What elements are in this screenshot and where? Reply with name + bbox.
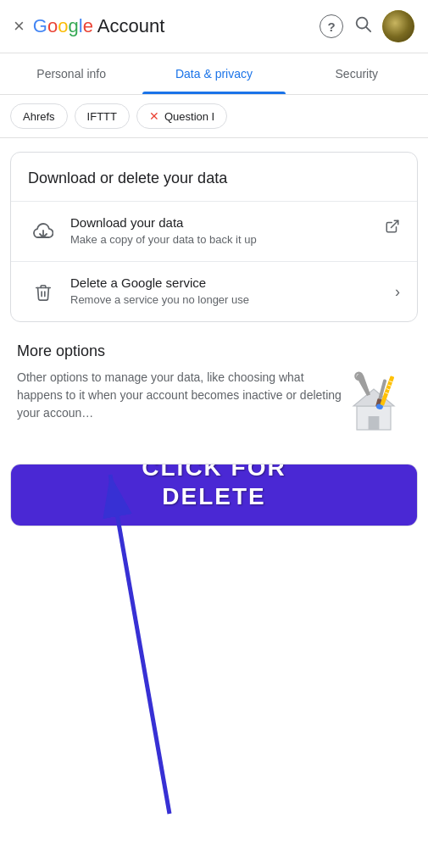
more-options-body: Other options to manage your data, like … — [10, 369, 418, 450]
download-data-desc: Make a copy of your data to back it up — [70, 232, 378, 248]
tabs-bar: Personal info Data & privacy Security — [0, 53, 428, 95]
chip-question[interactable]: ✕ Question I — [136, 103, 227, 129]
account-text: Account — [93, 15, 164, 36]
download-section-title: Download or delete your data — [11, 153, 417, 201]
chip-ahrefs-label: Ahrefs — [23, 110, 55, 123]
header-icons: ? — [320, 10, 414, 42]
avatar[interactable] — [382, 10, 414, 42]
chip-question-x-icon: ✕ — [149, 109, 159, 123]
google-g-letter: G — [33, 15, 47, 36]
more-options-section: More options Other options to manage you… — [10, 336, 418, 450]
download-data-title: Download your data — [70, 215, 378, 230]
google-o2-letter: o — [58, 15, 68, 36]
tab-personal-info[interactable]: Personal info — [0, 53, 142, 94]
avatar-image — [382, 10, 414, 42]
close-button[interactable]: × — [14, 17, 25, 36]
tab-security[interactable]: Security — [286, 53, 428, 94]
chip-ahrefs[interactable]: Ahrefs — [10, 103, 68, 129]
trash-icon — [28, 277, 58, 308]
more-options-title: More options — [10, 336, 418, 369]
google-o1-letter: o — [47, 15, 58, 36]
search-icon[interactable] — [353, 14, 372, 38]
delete-service-item[interactable]: Delete a Google service Remove a service… — [11, 261, 417, 321]
tools-illustration-icon — [343, 369, 411, 437]
google-e-letter: e — [83, 15, 93, 36]
chip-question-label: Question I — [164, 110, 214, 123]
tab-data-privacy[interactable]: Data & privacy — [142, 53, 285, 94]
cloud-download-icon — [28, 217, 58, 248]
click-for-delete-line2: DELETE — [18, 482, 410, 511]
click-for-delete-banner[interactable]: CLICK FOR DELETE — [11, 464, 417, 526]
download-data-content: Download your data Make a copy of your d… — [70, 215, 378, 248]
delete-service-desc: Remove a service you no longer use — [70, 292, 388, 308]
delete-service-title: Delete a Google service — [70, 275, 388, 290]
download-delete-section: Download or delete your data Download yo… — [10, 152, 418, 322]
svg-line-3 — [392, 220, 398, 227]
external-link-icon — [385, 219, 400, 238]
svg-line-1 — [366, 27, 370, 31]
chevron-right-icon: › — [395, 283, 400, 301]
delete-service-content: Delete a Google service Remove a service… — [70, 275, 388, 308]
help-icon[interactable]: ? — [320, 14, 343, 38]
chip-ifttt[interactable]: IFTTT — [75, 103, 130, 129]
google-g2-letter: g — [68, 15, 78, 36]
app-title: Google Account — [33, 15, 311, 37]
header: × Google Account ? — [0, 0, 428, 53]
quick-links-bar: Ahrefs IFTTT ✕ Question I — [0, 95, 428, 138]
download-data-item[interactable]: Download your data Make a copy of your d… — [11, 201, 417, 261]
more-options-desc: Other options to manage your data, like … — [17, 369, 343, 422]
click-for-delete-line1: CLICK FOR — [18, 464, 410, 481]
bottom-card: M… le… › CLICK FOR DELETE — [10, 464, 418, 526]
chip-ifttt-label: IFTTT — [87, 110, 117, 123]
svg-rect-6 — [369, 416, 380, 430]
page-wrapper: × Google Account ? Personal info Data & … — [0, 0, 428, 868]
